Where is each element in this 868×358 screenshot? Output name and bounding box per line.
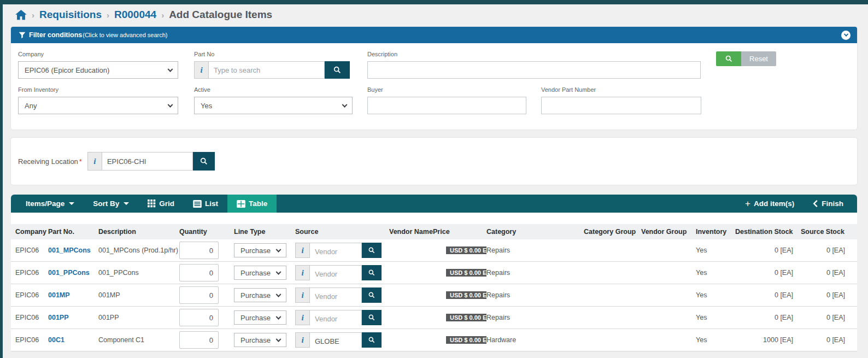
part-no-search-button[interactable] xyxy=(325,61,350,79)
part-no-link[interactable]: 001_PPCons xyxy=(48,269,90,277)
breadcrumb-requisition-number[interactable]: R000044 xyxy=(114,9,156,21)
source-search-button[interactable] xyxy=(362,265,382,280)
source-search-button[interactable] xyxy=(362,287,382,303)
quantity-input[interactable] xyxy=(179,309,219,326)
source-search-button[interactable] xyxy=(362,310,382,325)
cell-inventory: Yes xyxy=(696,314,735,321)
receiving-location-search-button[interactable] xyxy=(193,152,215,171)
view-list-button[interactable]: List xyxy=(184,195,227,213)
buyer-input[interactable] xyxy=(367,97,526,114)
part-no-link[interactable]: 001MP xyxy=(48,291,70,299)
active-label: Active xyxy=(194,86,353,93)
page-title: Add Catalogue Items xyxy=(169,9,272,21)
home-icon[interactable] xyxy=(15,10,27,20)
price-badge: USD $ 0.00 EA xyxy=(446,314,486,321)
cell-description: 001MP xyxy=(98,291,179,299)
chevron-down-icon xyxy=(342,102,348,108)
active-select[interactable]: Yes xyxy=(194,97,353,114)
source-search-button[interactable] xyxy=(362,243,382,258)
source-vendor-input[interactable] xyxy=(309,332,362,348)
finish-button[interactable]: Finish xyxy=(804,195,853,213)
apply-filter-search-button[interactable] xyxy=(716,51,741,66)
list-icon xyxy=(193,200,202,208)
col-header-vendor-name: Vendor Name xyxy=(389,228,433,236)
filter-subtitle: (Click to view advanced search) xyxy=(83,32,167,38)
cell-company: EPIC06 xyxy=(15,247,48,254)
part-no-link[interactable]: 00C1 xyxy=(48,336,64,344)
company-label: Company xyxy=(18,51,178,57)
source-search-button[interactable] xyxy=(362,332,382,348)
cell-source-stock: 0 [EA] xyxy=(801,269,853,277)
info-icon: i xyxy=(87,152,102,171)
cell-destination-stock: 0 [EA] xyxy=(735,269,801,277)
info-icon: i xyxy=(295,287,309,303)
from-inventory-label: From Inventory xyxy=(18,86,178,93)
part-no-link[interactable]: 001_MPCons xyxy=(48,247,91,254)
search-icon xyxy=(368,336,376,344)
line-type-select[interactable]: Purchase xyxy=(234,310,286,325)
quantity-input[interactable] xyxy=(179,286,219,304)
cell-destination-stock: 0 [EA] xyxy=(735,291,801,299)
chevron-down-icon xyxy=(276,247,281,253)
line-type-select[interactable]: Purchase xyxy=(234,243,286,257)
quantity-input[interactable] xyxy=(179,242,219,259)
description-label: Description xyxy=(367,51,701,57)
chevron-down-icon xyxy=(276,292,281,297)
price-badge: USD $ 0.00 EA xyxy=(446,291,486,299)
filter-icon xyxy=(19,32,26,39)
cell-company: EPIC06 xyxy=(15,336,48,344)
search-icon xyxy=(368,314,376,321)
source-vendor-input[interactable] xyxy=(309,287,362,303)
breadcrumb-separator: › xyxy=(161,10,164,20)
source-vendor-input[interactable] xyxy=(309,310,362,325)
vendor-part-number-input[interactable] xyxy=(541,97,701,114)
line-type-select[interactable]: Purchase xyxy=(234,333,286,347)
company-select[interactable]: EPIC06 (Epicor Education) xyxy=(18,61,178,79)
line-type-select[interactable]: Purchase xyxy=(234,266,286,280)
info-icon: i xyxy=(295,332,309,348)
items-per-page-dropdown[interactable]: Items/Page xyxy=(16,195,84,213)
col-header-description: Description xyxy=(98,228,179,236)
chevron-down-icon xyxy=(843,32,848,36)
source-vendor-input[interactable] xyxy=(309,265,362,280)
view-table-button[interactable]: Table xyxy=(227,195,277,213)
search-icon xyxy=(725,55,733,63)
cell-inventory: Yes xyxy=(696,336,735,344)
part-no-link[interactable]: 001PP xyxy=(48,314,69,321)
sort-by-dropdown[interactable]: Sort By xyxy=(84,195,138,213)
cell-company: EPIC06 xyxy=(15,314,48,321)
part-no-search-input[interactable] xyxy=(208,61,325,79)
price-badge: USD $ 0.00 EA xyxy=(446,269,486,277)
filter-panel: Filter conditions (Click to view advance… xyxy=(11,27,857,130)
window-top-edge xyxy=(0,0,868,4)
add-items-button[interactable]: + Add item(s) xyxy=(736,195,804,213)
chevron-down-icon xyxy=(276,269,281,275)
description-input[interactable] xyxy=(367,61,701,79)
price-badge: USD $ 0.00 EA xyxy=(446,247,486,254)
cell-category: Repairs xyxy=(486,269,584,277)
collapse-filter-button[interactable] xyxy=(841,31,851,40)
info-icon: i xyxy=(295,243,309,258)
view-grid-button[interactable]: Grid xyxy=(138,195,184,213)
source-vendor-input[interactable] xyxy=(309,243,362,258)
table-icon xyxy=(237,200,245,208)
grid-icon xyxy=(148,199,156,208)
line-type-select[interactable]: Purchase xyxy=(234,288,286,302)
quantity-input[interactable] xyxy=(179,331,219,349)
table-row: EPIC06 001_MPCons 001_MPCons (Prod.1p/hr… xyxy=(11,239,857,262)
cell-description: 001_MPCons (Prod.1p/hr) xyxy=(98,247,179,254)
search-icon xyxy=(368,269,376,277)
table-body: EPIC06 001_MPCons 001_MPCons (Prod.1p/hr… xyxy=(11,239,857,351)
filter-conditions-header[interactable]: Filter conditions (Click to view advance… xyxy=(11,27,857,43)
reset-button[interactable]: Reset xyxy=(741,51,776,66)
from-inventory-select[interactable]: Any xyxy=(18,97,178,114)
receiving-location-panel: Receiving Location* i xyxy=(11,138,857,185)
quantity-input[interactable] xyxy=(179,264,219,281)
chevron-down-icon xyxy=(276,337,281,342)
receiving-location-input[interactable] xyxy=(102,152,193,171)
col-header-part-no: Part No. xyxy=(48,228,98,236)
cell-description: Component C1 xyxy=(98,336,179,344)
price-badge: USD $ 0.00 EA xyxy=(446,336,486,344)
cell-source-stock: 0 [EA] xyxy=(801,291,853,299)
breadcrumb-requisitions[interactable]: Requisitions xyxy=(39,9,102,21)
